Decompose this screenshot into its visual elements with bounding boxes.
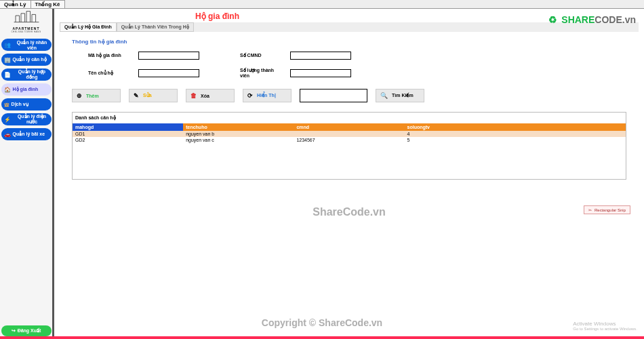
people-icon: 👥	[4, 42, 11, 48]
table-row[interactable]: GD2nguyen van c12345675	[73, 137, 626, 143]
logout-icon: ↪	[12, 328, 16, 334]
service-icon: 🛎	[4, 102, 9, 108]
building-icon: 🏢	[4, 57, 11, 63]
input-tenchuho[interactable]	[138, 69, 199, 77]
col-tenchuho[interactable]: tenchuho	[183, 123, 294, 131]
snip-icon: ✂	[588, 207, 592, 212]
plus-icon: ⊕	[77, 92, 82, 99]
rectangular-snip-overlay: ✂ Rectangular Snip	[584, 205, 630, 214]
watermark-copyright: Copyright © ShareCode.vn	[262, 317, 382, 328]
table-cell: GD1	[73, 131, 183, 137]
top-tab-thongke[interactable]: Thống Kê	[31, 0, 65, 8]
search-button[interactable]: 🔍Tìm Kiếm	[376, 89, 424, 102]
table-row[interactable]: GD1nguyen van b4	[73, 131, 626, 137]
form-title: Thông tin hộ gia đình	[72, 39, 626, 45]
input-socmnd[interactable]	[290, 52, 351, 60]
search-icon: 🔍	[380, 92, 388, 99]
sidebar-item-dichvu[interactable]: 🛎Dịch vụ	[1, 98, 52, 111]
delete-button[interactable]: 🗑Xóa	[186, 89, 235, 102]
sidebar-item-nhanvien[interactable]: 👥Quản lý nhân viên	[1, 39, 52, 51]
content-area: Hộ gia đình Quản Lý Hộ Gia Đình Quản Lý …	[54, 9, 644, 339]
sidebar-item-baixe[interactable]: 🚗Quản lý bãi xe	[1, 128, 52, 140]
col-cmnd[interactable]: cmnd	[294, 123, 404, 131]
label-socmnd: Số CMND	[240, 53, 281, 58]
bottom-red-bar	[0, 336, 644, 339]
power-icon: ⚡	[4, 117, 11, 123]
refresh-icon: ⟳	[247, 92, 253, 99]
app-logo: APARTMENT CHELSEA TOWER HÀNG	[3, 10, 50, 33]
label-soluongtv: Số lượng thành viên	[240, 68, 281, 78]
top-tab-quanly[interactable]: Quản Lý	[0, 0, 31, 8]
table-cell: 4	[405, 131, 626, 137]
table-cell: nguyen van b	[183, 131, 294, 137]
show-button[interactable]: ⟳Hiển Thị	[243, 89, 291, 102]
search-input[interactable]	[300, 89, 367, 102]
label-tenchuho: Tên chủ hộ	[88, 71, 129, 76]
list-title: Danh sách căn hộ	[73, 113, 626, 123]
table-cell: GD2	[73, 137, 183, 143]
col-soluongtv[interactable]: soluongtv	[405, 123, 626, 131]
input-soluongtv[interactable]	[290, 69, 351, 77]
sidebar-item-diennuoc[interactable]: ⚡Quản lý điện nước	[1, 113, 52, 125]
add-button[interactable]: ⊕Thêm	[72, 89, 121, 102]
table-cell: 5	[405, 137, 626, 143]
trash-icon: 🗑	[190, 92, 197, 99]
sidebar: APARTMENT CHELSEA TOWER HÀNG 👥Quản lý nh…	[0, 9, 54, 339]
sidebar-item-hogiadinh[interactable]: 🏠Hộ gia đình	[1, 83, 52, 96]
edit-button[interactable]: ✎Sửa	[129, 89, 178, 102]
form-panel: Thông tin hộ gia đình Mã hộ gia đình Số …	[72, 39, 626, 78]
watermark-center: ShareCode.vn	[313, 206, 386, 218]
table-cell: nguyen van c	[183, 137, 294, 143]
sidebar-item-hopdong[interactable]: 📄Quản lý hợp đồng	[1, 68, 52, 81]
top-menu-bar: Quản Lý Thống Kê	[0, 0, 644, 9]
label-mahogiadinh: Mã hộ gia đình	[88, 53, 129, 58]
col-mahogd[interactable]: mahogd	[73, 123, 183, 131]
button-row: ⊕Thêm ✎Sửa 🗑Xóa ⟳Hiển Thị 🔍Tìm Kiếm	[72, 89, 626, 102]
recycle-icon	[548, 14, 559, 25]
home-icon: 🏠	[4, 87, 11, 93]
car-icon: 🚗	[4, 132, 11, 138]
sidebar-item-canho[interactable]: 🏢Quản lý căn hộ	[1, 54, 52, 66]
document-icon: 📄	[4, 72, 11, 78]
list-panel: Danh sách căn hộ mahogd tenchuho cmnd so…	[72, 112, 626, 180]
table-cell	[294, 131, 404, 137]
sharecode-logo: SHARECODE.vn	[548, 14, 636, 25]
logout-button[interactable]: ↪Đăng Xuất	[1, 325, 52, 336]
input-mahogiadinh[interactable]	[138, 52, 199, 60]
table-cell: 1234567	[294, 137, 404, 143]
tab-quanly-hogiadinh[interactable]: Quản Lý Hộ Gia Đình	[60, 22, 117, 32]
tab-quanly-thanhvien[interactable]: Quản Lý Thành Viên Trong Hộ	[117, 22, 194, 32]
activate-windows: Activate Windows Go to Settings to activ…	[573, 321, 637, 331]
data-grid[interactable]: mahogd tenchuho cmnd soluongtv GD1nguyen…	[73, 123, 626, 143]
edit-icon: ✎	[134, 92, 139, 99]
